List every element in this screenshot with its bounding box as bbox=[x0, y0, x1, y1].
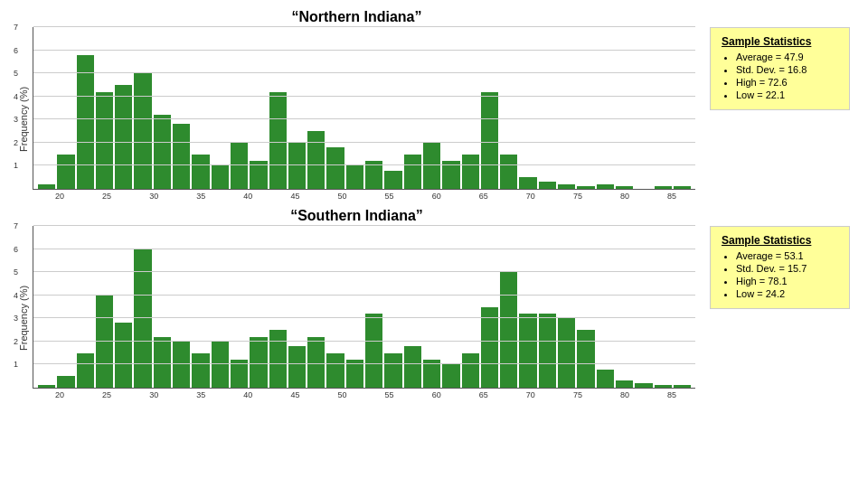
x-tick-label: 50 bbox=[318, 192, 365, 201]
stats-item: High = 78.1 bbox=[736, 276, 838, 286]
southern-indiana-section: “Southern Indiana” Frequency (%) 1234567… bbox=[18, 208, 850, 399]
bar bbox=[462, 353, 479, 388]
bar bbox=[674, 385, 691, 388]
bar bbox=[288, 346, 306, 388]
y-tick-label: 6 bbox=[14, 245, 18, 254]
grid-line bbox=[33, 72, 695, 73]
bar bbox=[616, 186, 633, 189]
grid-line bbox=[33, 317, 695, 318]
stats-item: Average = 47.9 bbox=[736, 52, 838, 62]
bar bbox=[404, 155, 421, 189]
y-tick-label: 4 bbox=[14, 92, 18, 101]
northern-indiana-chart: “Northern Indiana” Frequency (%) 1234567… bbox=[18, 9, 695, 201]
stats-item: Average = 53.1 bbox=[736, 250, 838, 261]
x-tick-label: 70 bbox=[507, 390, 554, 399]
bar bbox=[500, 155, 517, 189]
x-tick-label: 85 bbox=[648, 390, 695, 399]
bar bbox=[462, 155, 479, 189]
bar bbox=[597, 370, 614, 388]
x-tick-label: 65 bbox=[460, 390, 507, 399]
bar bbox=[519, 177, 536, 189]
bar bbox=[154, 337, 171, 388]
bar bbox=[481, 92, 498, 189]
grid-line bbox=[33, 26, 695, 27]
bar bbox=[96, 296, 113, 388]
x-tick-label: 20 bbox=[36, 192, 83, 201]
northern-indiana-x-axis: 2025303540455055606570758085 bbox=[33, 192, 695, 201]
grid-line bbox=[33, 363, 695, 364]
bar bbox=[307, 131, 325, 189]
grid-line bbox=[33, 295, 695, 296]
y-tick-label: 4 bbox=[14, 291, 18, 300]
y-tick-label: 7 bbox=[14, 221, 18, 230]
x-tick-label: 35 bbox=[177, 192, 224, 201]
northern-indiana-stats-title: Sample Statistics bbox=[722, 35, 838, 48]
southern-indiana-chart: “Southern Indiana” Frequency (%) 1234567… bbox=[18, 208, 695, 399]
x-tick-label: 20 bbox=[36, 390, 83, 399]
bar bbox=[404, 346, 421, 388]
stats-item: Low = 22.1 bbox=[736, 89, 838, 100]
y-tick-label: 2 bbox=[14, 138, 18, 147]
bar bbox=[250, 337, 267, 388]
bar bbox=[269, 330, 287, 388]
northern-indiana-y-label: Frequency (%) bbox=[18, 38, 29, 201]
x-tick-label: 55 bbox=[366, 192, 413, 201]
bar bbox=[577, 186, 594, 189]
bar bbox=[655, 186, 672, 189]
x-tick-label: 50 bbox=[318, 390, 365, 399]
x-tick-label: 80 bbox=[601, 390, 648, 399]
y-tick-label: 2 bbox=[14, 337, 18, 346]
x-tick-label: 35 bbox=[177, 390, 224, 399]
x-tick-label: 45 bbox=[271, 192, 318, 201]
x-tick-label: 30 bbox=[130, 390, 177, 399]
x-tick-label: 40 bbox=[224, 390, 271, 399]
bar bbox=[38, 184, 55, 189]
bar bbox=[269, 92, 287, 189]
x-tick-label: 85 bbox=[648, 192, 695, 201]
northern-indiana-plot: 1234567 2025303540455055606570758085 bbox=[33, 27, 695, 201]
x-tick-label: 60 bbox=[413, 192, 460, 201]
y-tick-label: 5 bbox=[14, 267, 18, 277]
southern-indiana-plot: 1234567 2025303540455055606570758085 bbox=[33, 226, 695, 399]
x-tick-label: 25 bbox=[83, 192, 130, 201]
x-tick-label: 75 bbox=[554, 192, 601, 201]
bar bbox=[616, 380, 633, 388]
bar bbox=[384, 171, 401, 189]
grid-line bbox=[33, 50, 695, 51]
northern-indiana-title: “Northern Indiana” bbox=[18, 9, 695, 25]
bar bbox=[77, 353, 94, 388]
x-tick-label: 25 bbox=[83, 390, 130, 399]
x-tick-label: 75 bbox=[554, 390, 601, 399]
x-tick-label: 80 bbox=[601, 192, 648, 201]
bar bbox=[539, 182, 556, 189]
grid-line bbox=[33, 96, 695, 97]
y-tick-label: 1 bbox=[14, 161, 18, 170]
bar bbox=[655, 385, 672, 388]
southern-indiana-stats-list: Average = 53.1Std. Dev. = 15.7High = 78.… bbox=[722, 250, 838, 299]
bar bbox=[384, 353, 401, 388]
southern-indiana-title: “Southern Indiana” bbox=[18, 208, 695, 224]
bar bbox=[212, 165, 229, 189]
bar bbox=[635, 383, 652, 388]
bar bbox=[500, 272, 517, 388]
y-tick-label: 1 bbox=[14, 360, 18, 369]
y-tick-label: 3 bbox=[14, 115, 18, 124]
bar bbox=[597, 184, 614, 189]
x-tick-label: 70 bbox=[507, 192, 554, 201]
bar bbox=[558, 184, 575, 189]
bar bbox=[442, 364, 459, 388]
y-tick-label: 7 bbox=[14, 23, 18, 32]
northern-indiana-stats: Sample Statistics Average = 47.9Std. Dev… bbox=[710, 27, 850, 110]
bar bbox=[134, 73, 151, 189]
stats-item: Low = 24.2 bbox=[736, 288, 838, 299]
bar bbox=[38, 385, 55, 388]
y-tick-label: 5 bbox=[14, 69, 18, 78]
stats-item: High = 72.6 bbox=[736, 77, 838, 88]
bar bbox=[154, 115, 171, 189]
x-tick-label: 30 bbox=[130, 192, 177, 201]
grid-line bbox=[33, 225, 695, 226]
bar bbox=[346, 165, 363, 189]
bar bbox=[326, 353, 344, 388]
bar bbox=[481, 307, 498, 389]
y-tick-label: 6 bbox=[14, 46, 18, 55]
